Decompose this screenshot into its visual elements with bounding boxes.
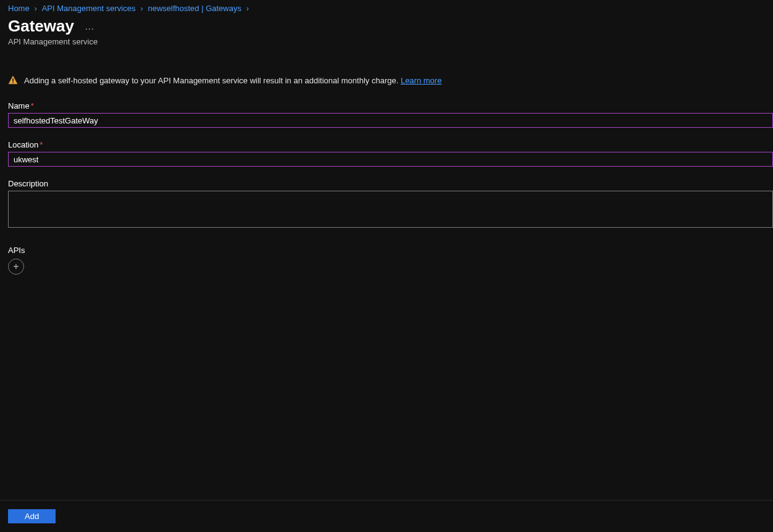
svg-rect-1 (12, 82, 14, 83)
add-button[interactable]: Add (8, 509, 56, 523)
location-field: Location* (8, 140, 773, 167)
name-field: Name* (8, 101, 773, 128)
description-input[interactable] (8, 191, 773, 228)
breadcrumb-services[interactable]: API Management services (42, 4, 136, 13)
apis-label: APIs (8, 246, 773, 255)
more-icon[interactable]: ··· (85, 23, 94, 33)
info-text: Adding a self-hosted gateway to your API… (24, 76, 441, 85)
apis-section: APIs + (8, 246, 773, 275)
content-area: Adding a self-hosted gateway to your API… (0, 51, 773, 275)
description-label: Description (8, 179, 773, 188)
page-title: Gateway (8, 17, 74, 36)
breadcrumb-resource[interactable]: newselfhosted | Gateways (148, 4, 241, 13)
page-subtitle: API Management service (8, 37, 765, 46)
breadcrumb-home[interactable]: Home (8, 4, 30, 13)
breadcrumb: Home › API Management services › newself… (0, 0, 773, 15)
location-input[interactable] (8, 152, 773, 167)
chevron-right-icon: › (246, 4, 249, 13)
location-label: Location* (8, 140, 773, 149)
info-banner: Adding a self-hosted gateway to your API… (8, 75, 773, 85)
add-api-button[interactable]: + (8, 259, 24, 275)
page-header: Gateway ··· API Management service (0, 15, 773, 51)
warning-icon (8, 75, 18, 85)
chevron-right-icon: › (140, 4, 143, 13)
plus-icon: + (13, 261, 19, 272)
chevron-right-icon: › (35, 4, 37, 13)
description-field: Description (8, 179, 773, 230)
name-input[interactable] (8, 113, 773, 128)
footer-bar: Add (0, 500, 773, 532)
name-label: Name* (8, 101, 773, 110)
learn-more-link[interactable]: Learn more (401, 76, 441, 85)
svg-rect-0 (12, 78, 14, 81)
